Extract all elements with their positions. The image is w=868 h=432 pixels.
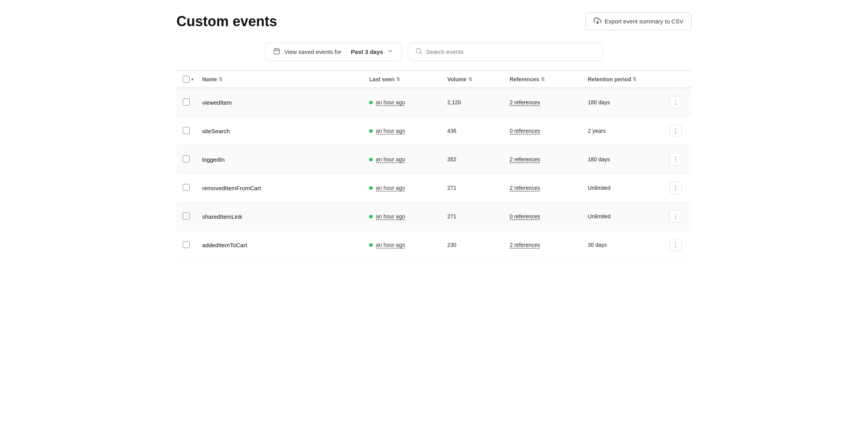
retention-cell: Unlimited: [588, 213, 666, 220]
row-checkbox[interactable]: [183, 212, 190, 220]
select-all-checkbox-group[interactable]: ▾: [183, 76, 202, 83]
sort-icon-references: ⇅: [541, 77, 545, 82]
sort-icon-name: ⇅: [219, 77, 222, 82]
search-box: [408, 43, 603, 61]
row-menu-button[interactable]: ⋮: [669, 153, 682, 166]
volume-cell: 271: [447, 185, 510, 191]
row-actions[interactable]: ⋮: [666, 182, 685, 194]
table-row: siteSearch an hour ago 436 0 references …: [176, 117, 692, 145]
retention-cell: 180 days: [588, 156, 666, 162]
last-seen-text: an hour ago: [376, 213, 405, 220]
status-dot: [369, 186, 373, 190]
sort-icon-retention: ⇅: [633, 77, 637, 82]
last-seen-text: an hour ago: [376, 185, 405, 191]
references-cell[interactable]: 0 references: [510, 213, 588, 220]
svg-line-6: [420, 52, 421, 54]
row-menu-button[interactable]: ⋮: [669, 182, 682, 194]
event-name: loggedIn: [202, 156, 369, 163]
table-row: viewedItem an hour ago 2,120 2 reference…: [176, 88, 692, 117]
row-actions[interactable]: ⋮: [666, 210, 685, 223]
search-icon: [415, 48, 422, 56]
references-cell[interactable]: 0 references: [510, 128, 588, 134]
ellipsis-icon: ⋮: [672, 184, 679, 192]
row-checkbox-cell[interactable]: [183, 241, 202, 249]
page-header: Custom events Export event summary to CS…: [176, 12, 692, 30]
date-filter-button[interactable]: View saved events for Past 3 days: [265, 43, 401, 61]
row-checkbox[interactable]: [183, 127, 190, 134]
row-checkbox[interactable]: [183, 155, 190, 162]
row-menu-button[interactable]: ⋮: [669, 125, 682, 137]
col-header-references[interactable]: References ⇅: [510, 76, 588, 82]
row-checkbox-cell[interactable]: [183, 184, 202, 192]
checkbox-chevron-icon[interactable]: ▾: [191, 77, 194, 82]
calendar-icon: [273, 48, 280, 56]
row-actions[interactable]: ⋮: [666, 125, 685, 137]
references-cell[interactable]: 2 references: [510, 99, 588, 105]
event-name: viewedItem: [202, 99, 369, 106]
row-checkbox[interactable]: [183, 241, 190, 248]
events-table: ▾ Name ⇅ Last seen ⇅ Volume ⇅ References…: [176, 70, 692, 259]
status-dot: [369, 129, 373, 133]
row-menu-button[interactable]: ⋮: [669, 210, 682, 223]
status-dot: [369, 215, 373, 218]
event-name: siteSearch: [202, 128, 369, 134]
references-cell[interactable]: 2 references: [510, 185, 588, 191]
status-dot: [369, 243, 373, 247]
row-checkbox[interactable]: [183, 98, 190, 105]
retention-cell: 180 days: [588, 99, 666, 105]
last-seen-cell: an hour ago: [369, 242, 447, 248]
col-header-volume[interactable]: Volume ⇅: [447, 76, 510, 82]
references-cell[interactable]: 2 references: [510, 242, 588, 248]
row-menu-button[interactable]: ⋮: [669, 96, 682, 109]
col-header-retention[interactable]: Retention period ⇅: [588, 76, 666, 82]
row-checkbox-cell[interactable]: [183, 98, 202, 107]
select-all-checkbox[interactable]: [183, 76, 190, 83]
ellipsis-icon: ⋮: [672, 127, 679, 135]
last-seen-text: an hour ago: [376, 128, 405, 134]
last-seen-text: an hour ago: [376, 242, 405, 248]
col-header-last-seen[interactable]: Last seen ⇅: [369, 76, 447, 82]
row-checkbox-cell[interactable]: [183, 127, 202, 135]
row-checkbox-cell[interactable]: [183, 212, 202, 221]
date-filter-value: Past 3 days: [351, 48, 383, 55]
table-body: viewedItem an hour ago 2,120 2 reference…: [176, 88, 692, 259]
volume-cell: 436: [447, 128, 510, 134]
volume-cell: 271: [447, 213, 510, 220]
row-menu-button[interactable]: ⋮: [669, 239, 682, 251]
volume-cell: 230: [447, 242, 510, 248]
ellipsis-icon: ⋮: [672, 241, 679, 249]
chevron-down-icon: [387, 48, 393, 55]
col-header-name[interactable]: Name ⇅: [202, 76, 369, 82]
row-actions[interactable]: ⋮: [666, 153, 685, 166]
sort-icon-last-seen: ⇅: [396, 77, 400, 82]
status-dot: [369, 101, 373, 104]
last-seen-cell: an hour ago: [369, 185, 447, 191]
last-seen-cell: an hour ago: [369, 128, 447, 134]
references-cell[interactable]: 2 references: [510, 156, 588, 162]
search-input[interactable]: [426, 48, 596, 55]
table-row: addedItemToCart an hour ago 230 2 refere…: [176, 231, 692, 259]
table-row: loggedIn an hour ago 352 2 references 18…: [176, 145, 692, 174]
export-icon: [594, 17, 601, 26]
last-seen-cell: an hour ago: [369, 213, 447, 220]
export-button[interactable]: Export event summary to CSV: [585, 12, 692, 30]
sort-icon-volume: ⇅: [468, 77, 472, 82]
table-row: sharedItemLink an hour ago 271 0 referen…: [176, 202, 692, 231]
ellipsis-icon: ⋮: [672, 213, 679, 220]
row-checkbox[interactable]: [183, 184, 190, 191]
table-header: ▾ Name ⇅ Last seen ⇅ Volume ⇅ References…: [176, 70, 692, 88]
row-checkbox-cell[interactable]: [183, 155, 202, 164]
page-title: Custom events: [176, 13, 277, 30]
last-seen-text: an hour ago: [376, 99, 405, 105]
row-actions[interactable]: ⋮: [666, 96, 685, 109]
event-name: sharedItemLink: [202, 213, 369, 220]
event-name: addedItemToCart: [202, 242, 369, 248]
ellipsis-icon: ⋮: [672, 156, 679, 163]
export-button-label: Export event summary to CSV: [605, 18, 683, 25]
svg-rect-1: [274, 49, 280, 54]
retention-cell: 2 years: [588, 128, 666, 134]
last-seen-text: an hour ago: [376, 156, 405, 162]
toolbar: View saved events for Past 3 days: [176, 43, 692, 61]
last-seen-cell: an hour ago: [369, 156, 447, 162]
row-actions[interactable]: ⋮: [666, 239, 685, 251]
